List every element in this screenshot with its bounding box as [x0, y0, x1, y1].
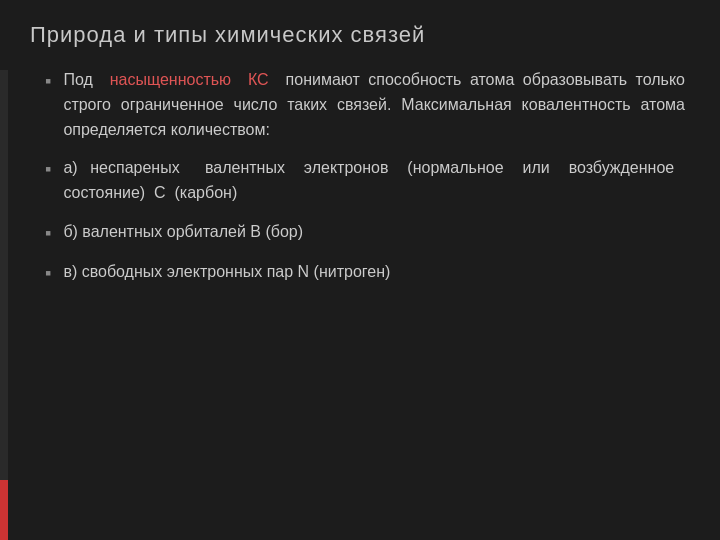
bullet-text-3: б) валентных орбиталей B (бор) — [63, 220, 303, 245]
content-area: ▪ Под насыщенностью КС понимают способно… — [0, 58, 720, 540]
left-accent-bar — [0, 70, 8, 540]
bullet-item-3: ▪ б) валентных орбиталей B (бор) — [45, 220, 685, 246]
bullet-item-4: ▪ в) свободных электронных пар N (нитрог… — [45, 260, 685, 286]
title-area: Природа и типы химических связей — [0, 0, 720, 58]
bullet-marker-4: ▪ — [45, 261, 51, 286]
bullet-marker-2: ▪ — [45, 157, 51, 182]
highlight-KC: КС — [248, 71, 269, 88]
bullet-marker-1: ▪ — [45, 69, 51, 94]
slide-title: Природа и типы химических связей — [30, 22, 690, 48]
highlight-насыщенность: насыщенностью — [110, 71, 231, 88]
bullet-marker-3: ▪ — [45, 221, 51, 246]
bullet-text-4: в) свободных электронных пар N (нитроген… — [63, 260, 390, 285]
accent-red — [0, 480, 8, 540]
accent-dark — [0, 70, 8, 480]
slide-container: Природа и типы химических связей ▪ Под н… — [0, 0, 720, 540]
bullet-text-1: Под насыщенностью КС понимают способност… — [63, 68, 685, 142]
bullet-text-2: а) неспареных валентных электронов (норм… — [63, 156, 685, 206]
bullet-item-2: ▪ а) неспареных валентных электронов (но… — [45, 156, 685, 206]
bullet-item-1: ▪ Под насыщенностью КС понимают способно… — [45, 68, 685, 142]
